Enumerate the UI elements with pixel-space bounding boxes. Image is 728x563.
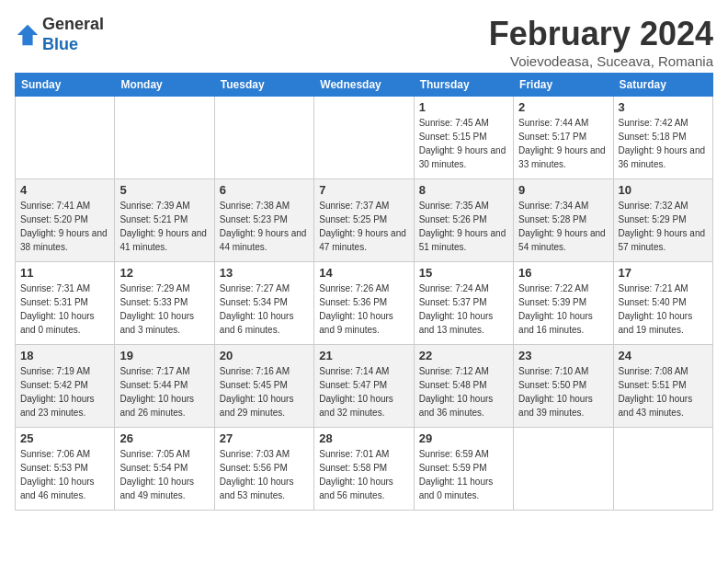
day-number: 20 bbox=[220, 349, 309, 362]
day-number: 21 bbox=[319, 349, 408, 362]
calendar-day-cell bbox=[115, 97, 214, 179]
calendar-day-cell: 22Sunrise: 7:12 AMSunset: 5:48 PMDayligh… bbox=[414, 345, 513, 428]
calendar-day-cell: 11Sunrise: 7:31 AMSunset: 5:31 PMDayligh… bbox=[16, 262, 115, 345]
day-number: 29 bbox=[419, 431, 508, 445]
svg-marker-0 bbox=[17, 24, 38, 44]
calendar-day-cell: 26Sunrise: 7:05 AMSunset: 5:54 PMDayligh… bbox=[115, 428, 214, 511]
day-detail: Sunrise: 7:44 AMSunset: 5:17 PMDaylight:… bbox=[518, 116, 608, 171]
weekday-header: Tuesday bbox=[214, 74, 313, 97]
day-detail: Sunrise: 7:27 AMSunset: 5:34 PMDaylight:… bbox=[220, 282, 309, 337]
day-detail: Sunrise: 7:29 AMSunset: 5:33 PMDaylight:… bbox=[119, 282, 209, 337]
calendar-day-cell: 5Sunrise: 7:39 AMSunset: 5:21 PMDaylight… bbox=[115, 179, 214, 262]
day-detail: Sunrise: 7:22 AMSunset: 5:39 PMDaylight:… bbox=[518, 282, 608, 337]
weekday-header: Wednesday bbox=[314, 74, 414, 97]
calendar-day-cell: 27Sunrise: 7:03 AMSunset: 5:56 PMDayligh… bbox=[214, 428, 313, 511]
day-detail: Sunrise: 7:19 AMSunset: 5:42 PMDaylight:… bbox=[20, 364, 109, 419]
day-number: 17 bbox=[619, 266, 708, 280]
calendar-day-cell: 19Sunrise: 7:17 AMSunset: 5:44 PMDayligh… bbox=[115, 345, 214, 428]
calendar-day-cell: 2Sunrise: 7:44 AMSunset: 5:17 PMDaylight… bbox=[514, 97, 613, 179]
weekday-header: Sunday bbox=[16, 74, 115, 97]
day-detail: Sunrise: 7:41 AMSunset: 5:20 PMDaylight:… bbox=[20, 199, 109, 254]
day-number: 3 bbox=[619, 100, 708, 114]
calendar-day-cell bbox=[214, 97, 313, 179]
day-number: 5 bbox=[119, 183, 209, 197]
calendar-day-cell: 17Sunrise: 7:21 AMSunset: 5:40 PMDayligh… bbox=[613, 262, 712, 345]
day-number: 16 bbox=[518, 266, 608, 280]
day-detail: Sunrise: 7:16 AMSunset: 5:45 PMDaylight:… bbox=[220, 364, 309, 419]
day-number: 11 bbox=[20, 266, 109, 280]
calendar-day-cell: 24Sunrise: 7:08 AMSunset: 5:51 PMDayligh… bbox=[613, 345, 712, 428]
calendar-day-cell: 16Sunrise: 7:22 AMSunset: 5:39 PMDayligh… bbox=[514, 262, 613, 345]
weekday-header-row: SundayMondayTuesdayWednesdayThursdayFrid… bbox=[16, 74, 713, 97]
day-number: 13 bbox=[220, 266, 309, 280]
calendar-day-cell: 7Sunrise: 7:37 AMSunset: 5:25 PMDaylight… bbox=[314, 179, 414, 262]
day-detail: Sunrise: 7:38 AMSunset: 5:23 PMDaylight:… bbox=[220, 199, 309, 254]
day-number: 23 bbox=[518, 349, 608, 362]
calendar-day-cell: 23Sunrise: 7:10 AMSunset: 5:50 PMDayligh… bbox=[514, 345, 613, 428]
day-number: 25 bbox=[20, 431, 109, 445]
calendar-week-row: 11Sunrise: 7:31 AMSunset: 5:31 PMDayligh… bbox=[16, 262, 713, 345]
calendar-day-cell bbox=[16, 97, 115, 179]
day-number: 9 bbox=[518, 183, 608, 197]
day-detail: Sunrise: 7:32 AMSunset: 5:29 PMDaylight:… bbox=[619, 199, 708, 254]
day-number: 22 bbox=[419, 349, 508, 362]
day-detail: Sunrise: 7:10 AMSunset: 5:50 PMDaylight:… bbox=[518, 364, 608, 419]
logo-icon bbox=[15, 22, 40, 48]
calendar-day-cell: 18Sunrise: 7:19 AMSunset: 5:42 PMDayligh… bbox=[16, 345, 115, 428]
day-number: 28 bbox=[319, 431, 408, 445]
day-detail: Sunrise: 7:35 AMSunset: 5:26 PMDaylight:… bbox=[419, 199, 508, 254]
day-number: 14 bbox=[319, 266, 408, 280]
day-detail: Sunrise: 7:05 AMSunset: 5:54 PMDaylight:… bbox=[119, 447, 209, 502]
day-detail: Sunrise: 7:08 AMSunset: 5:51 PMDaylight:… bbox=[619, 364, 708, 419]
day-number: 8 bbox=[419, 183, 508, 197]
logo: General Blue bbox=[15, 15, 104, 54]
day-number: 7 bbox=[319, 183, 408, 197]
day-detail: Sunrise: 7:03 AMSunset: 5:56 PMDaylight:… bbox=[220, 447, 309, 502]
day-detail: Sunrise: 7:21 AMSunset: 5:40 PMDaylight:… bbox=[619, 282, 708, 337]
calendar-week-row: 4Sunrise: 7:41 AMSunset: 5:20 PMDaylight… bbox=[16, 179, 713, 262]
calendar-day-cell bbox=[613, 428, 712, 511]
calendar-day-cell: 12Sunrise: 7:29 AMSunset: 5:33 PMDayligh… bbox=[115, 262, 214, 345]
weekday-header: Saturday bbox=[613, 74, 712, 97]
month-title: February 2024 bbox=[489, 15, 713, 53]
calendar-day-cell bbox=[514, 428, 613, 511]
calendar-day-cell: 4Sunrise: 7:41 AMSunset: 5:20 PMDaylight… bbox=[16, 179, 115, 262]
calendar-day-cell bbox=[314, 97, 414, 179]
day-number: 4 bbox=[20, 183, 109, 197]
day-number: 6 bbox=[220, 183, 309, 197]
day-number: 12 bbox=[119, 266, 209, 280]
day-number: 27 bbox=[220, 431, 309, 445]
calendar-day-cell: 9Sunrise: 7:34 AMSunset: 5:28 PMDaylight… bbox=[514, 179, 613, 262]
calendar-day-cell: 3Sunrise: 7:42 AMSunset: 5:18 PMDaylight… bbox=[613, 97, 712, 179]
day-detail: Sunrise: 7:06 AMSunset: 5:53 PMDaylight:… bbox=[20, 447, 109, 502]
day-detail: Sunrise: 7:39 AMSunset: 5:21 PMDaylight:… bbox=[119, 199, 209, 254]
location-subtitle: Voievodeasa, Suceava, Romania bbox=[489, 53, 713, 69]
day-detail: Sunrise: 7:45 AMSunset: 5:15 PMDaylight:… bbox=[419, 116, 508, 171]
day-detail: Sunrise: 7:17 AMSunset: 5:44 PMDaylight:… bbox=[119, 364, 209, 419]
day-number: 10 bbox=[619, 183, 708, 197]
title-block: February 2024 Voievodeasa, Suceava, Roma… bbox=[489, 15, 713, 69]
calendar-day-cell: 15Sunrise: 7:24 AMSunset: 5:37 PMDayligh… bbox=[414, 262, 513, 345]
calendar-day-cell: 29Sunrise: 6:59 AMSunset: 5:59 PMDayligh… bbox=[414, 428, 513, 511]
calendar-day-cell: 14Sunrise: 7:26 AMSunset: 5:36 PMDayligh… bbox=[314, 262, 414, 345]
calendar-day-cell: 25Sunrise: 7:06 AMSunset: 5:53 PMDayligh… bbox=[16, 428, 115, 511]
calendar-day-cell: 1Sunrise: 7:45 AMSunset: 5:15 PMDaylight… bbox=[414, 97, 513, 179]
day-detail: Sunrise: 7:26 AMSunset: 5:36 PMDaylight:… bbox=[319, 282, 408, 337]
calendar-table: SundayMondayTuesdayWednesdayThursdayFrid… bbox=[15, 73, 713, 511]
calendar-day-cell: 6Sunrise: 7:38 AMSunset: 5:23 PMDaylight… bbox=[214, 179, 313, 262]
weekday-header: Monday bbox=[115, 74, 214, 97]
day-number: 24 bbox=[619, 349, 708, 362]
day-detail: Sunrise: 6:59 AMSunset: 5:59 PMDaylight:… bbox=[419, 447, 508, 502]
page-header: General Blue February 2024 Voievodeasa, … bbox=[15, 15, 713, 69]
calendar-week-row: 25Sunrise: 7:06 AMSunset: 5:53 PMDayligh… bbox=[16, 428, 713, 511]
day-number: 18 bbox=[20, 349, 109, 362]
calendar-day-cell: 28Sunrise: 7:01 AMSunset: 5:58 PMDayligh… bbox=[314, 428, 414, 511]
day-number: 2 bbox=[518, 100, 608, 114]
day-number: 15 bbox=[419, 266, 508, 280]
calendar-day-cell: 13Sunrise: 7:27 AMSunset: 5:34 PMDayligh… bbox=[214, 262, 313, 345]
day-number: 26 bbox=[119, 431, 209, 445]
day-detail: Sunrise: 7:42 AMSunset: 5:18 PMDaylight:… bbox=[619, 116, 708, 171]
day-detail: Sunrise: 7:14 AMSunset: 5:47 PMDaylight:… bbox=[319, 364, 408, 419]
day-number: 19 bbox=[119, 349, 209, 362]
calendar-day-cell: 20Sunrise: 7:16 AMSunset: 5:45 PMDayligh… bbox=[214, 345, 313, 428]
